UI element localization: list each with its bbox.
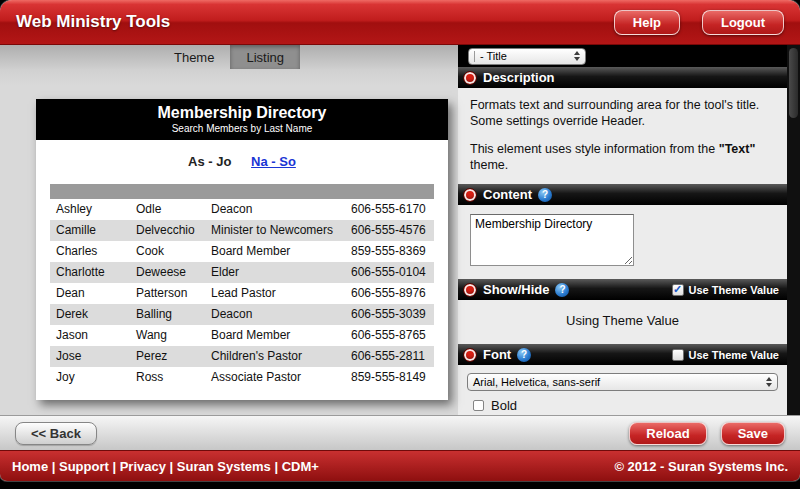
- description-section-header: Description: [458, 67, 787, 88]
- table-cell: Odle: [130, 199, 205, 220]
- reload-button[interactable]: Reload: [629, 422, 706, 445]
- table-cell: Jose: [50, 346, 130, 367]
- preview-pane: Theme Listing Membership Directory Searc…: [0, 45, 458, 415]
- table-row: DeanPattersonLead Pastor606-555-8976: [50, 283, 434, 304]
- footer-link[interactable]: CDM+: [282, 459, 319, 474]
- table-cell: Charles: [50, 241, 130, 262]
- table-cell: Minister to Newcomers: [205, 220, 345, 241]
- description-paragraph: This element uses style information from…: [470, 141, 775, 173]
- table-cell: Balling: [130, 304, 205, 325]
- footer-copyright: © 2012 - Suran Systems Inc.: [614, 459, 788, 474]
- table-row: CharlotteDeweeseElder606-555-0104: [50, 262, 434, 283]
- table-cell: Associate Pastor: [205, 367, 345, 388]
- directory-header: Membership Directory Search Members by L…: [36, 99, 448, 140]
- app-title: Web Ministry Tools: [16, 12, 170, 32]
- table-cell: Jason: [50, 325, 130, 346]
- bullseye-icon: [463, 348, 477, 362]
- footer-link[interactable]: Privacy: [120, 459, 166, 474]
- table-cell: 859-555-8369: [345, 241, 434, 262]
- logout-button[interactable]: Logout: [702, 10, 784, 35]
- style-checkbox-label: Bold: [491, 398, 517, 413]
- table-cell: Elder: [205, 262, 345, 283]
- scrollbar[interactable]: [787, 45, 800, 415]
- help-icon[interactable]: ?: [538, 188, 552, 202]
- table-cell: Deweese: [130, 262, 205, 283]
- table-cell: 606-555-3039: [345, 304, 434, 325]
- element-select[interactable]: - Title: [468, 48, 586, 65]
- showhide-body-text: Using Theme Value: [458, 300, 787, 344]
- footer-link[interactable]: Home: [12, 459, 48, 474]
- directory-table: AshleyOdleDeacon606-555-6170CamilleDelve…: [50, 199, 434, 388]
- save-button[interactable]: Save: [721, 422, 785, 445]
- font-body: Arial, Helvetica, sans-serif BoldItalic: [458, 365, 787, 415]
- table-cell: Derek: [50, 304, 130, 325]
- table-cell: Ashley: [50, 199, 130, 220]
- use-theme-label: Use Theme Value: [689, 349, 780, 361]
- showhide-section-title: Show/Hide: [483, 282, 549, 297]
- font-family-select[interactable]: Arial, Helvetica, sans-serif: [467, 373, 778, 391]
- help-button[interactable]: Help: [614, 10, 680, 35]
- element-select-bar: - Title: [458, 45, 787, 67]
- scrollbar-thumb[interactable]: [789, 48, 798, 118]
- help-icon[interactable]: ?: [555, 283, 569, 297]
- footer-link[interactable]: Support: [59, 459, 109, 474]
- table-row: CamilleDelvecchioMinister to Newcomers60…: [50, 220, 434, 241]
- footer-link[interactable]: Suran Systems: [177, 459, 271, 474]
- content-textarea[interactable]: Membership Directory: [470, 214, 634, 266]
- table-cell: Patterson: [130, 283, 205, 304]
- table-cell: Delvecchio: [130, 220, 205, 241]
- alpha-range-current: As - Jo: [188, 154, 231, 169]
- footer: Home | Support | Privacy | Suran Systems…: [0, 450, 800, 481]
- alpha-pagination: As - Jo Na - So: [36, 140, 448, 178]
- help-icon[interactable]: ?: [517, 348, 531, 362]
- tab-theme[interactable]: Theme: [158, 45, 230, 69]
- table-cell: 606-555-0104: [345, 262, 434, 283]
- table-cell: Wang: [130, 325, 205, 346]
- bullseye-icon: [463, 283, 477, 297]
- font-section-header: Font ? Use Theme Value: [458, 344, 787, 365]
- content-section-header: Content ?: [458, 184, 787, 205]
- table-cell: Children's Pastor: [205, 346, 345, 367]
- use-theme-control: ✓ Use Theme Value: [672, 284, 780, 296]
- preview-area: Membership Directory Search Members by L…: [0, 69, 458, 415]
- table-cell: 606-555-6170: [345, 199, 434, 220]
- back-button[interactable]: << Back: [15, 422, 97, 445]
- table-cell: 606-555-2811: [345, 346, 434, 367]
- table-cell: Lead Pastor: [205, 283, 345, 304]
- font-family-select-value: Arial, Helvetica, sans-serif: [473, 376, 600, 388]
- table-row: AshleyOdleDeacon606-555-6170: [50, 199, 434, 220]
- select-stepper-icon: [568, 51, 580, 61]
- table-cell: Deacon: [205, 199, 345, 220]
- bullseye-icon: [463, 188, 477, 202]
- select-stepper-icon: [760, 377, 772, 387]
- use-theme-checkbox[interactable]: [672, 349, 684, 361]
- element-select-value: - Title: [480, 50, 507, 62]
- bullseye-icon: [463, 71, 477, 85]
- description-section-title: Description: [483, 70, 555, 85]
- content-body: Membership Directory: [458, 205, 787, 279]
- alpha-range-link[interactable]: Na - So: [251, 154, 296, 169]
- font-section-title: Font: [483, 347, 511, 362]
- directory-preview-card: Membership Directory Search Members by L…: [36, 99, 448, 400]
- table-cell: Cook: [130, 241, 205, 262]
- use-theme-label: Use Theme Value: [689, 284, 780, 296]
- directory-subtitle: Search Members by Last Name: [36, 123, 448, 134]
- table-cell: 606-555-8765: [345, 325, 434, 346]
- showhide-section-header: Show/Hide ? ✓ Use Theme Value: [458, 279, 787, 300]
- main-area: Theme Listing Membership Directory Searc…: [0, 45, 800, 415]
- use-theme-checkbox[interactable]: ✓: [672, 284, 684, 296]
- theme-name-bold: "Text": [719, 142, 756, 156]
- table-row: JosePerezChildren's Pastor606-555-2811: [50, 346, 434, 367]
- font-style-options: BoldItalic: [467, 398, 778, 415]
- settings-panel: - Title Description Formats text and sur…: [458, 45, 787, 415]
- font-style-option[interactable]: Bold: [473, 398, 778, 413]
- content-section-title: Content: [483, 187, 532, 202]
- tab-listing[interactable]: Listing: [230, 45, 300, 69]
- table-row: JasonWangBoard Member606-555-8765: [50, 325, 434, 346]
- table-cell: Perez: [130, 346, 205, 367]
- table-cell: Deacon: [205, 304, 345, 325]
- table-cell: Camille: [50, 220, 130, 241]
- style-checkbox[interactable]: [473, 400, 484, 411]
- table-cell: Ross: [130, 367, 205, 388]
- tab-bar: Theme Listing: [0, 45, 458, 69]
